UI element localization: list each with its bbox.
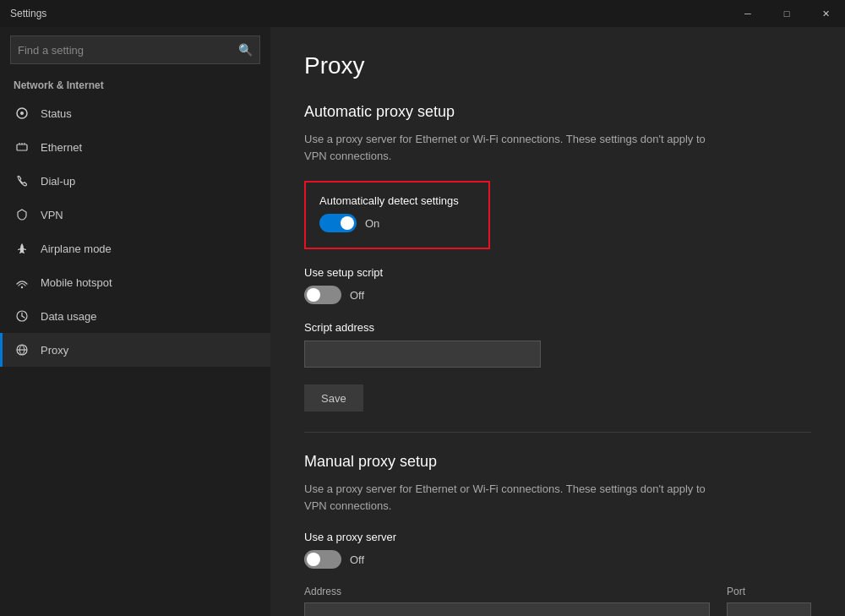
sidebar-label-airplane: Airplane mode [41,243,112,255]
datausage-icon [14,308,30,324]
address-input[interactable] [304,602,710,616]
sidebar-item-vpn[interactable]: VPN [0,198,270,232]
sidebar-label-dialup: Dial-up [41,175,75,188]
auto-detect-label: Automatically detect settings [319,194,475,207]
airplane-icon [14,240,30,257]
title-bar: Settings ─ □ ✕ [0,0,845,27]
script-address-row: Script address [304,321,811,368]
app-body: 🔍 Network & Internet Status Et [0,27,845,616]
port-label: Port [727,586,811,597]
address-field: Address [304,586,710,616]
svg-rect-2 [17,144,27,150]
auto-proxy-section: Automatic proxy setup Use a proxy server… [304,103,811,412]
setup-script-thumb [307,288,320,302]
auto-detect-state: On [365,217,379,230]
vpn-icon [14,206,30,223]
hotspot-icon [14,274,30,291]
use-proxy-row: Use a proxy server Off [304,531,811,569]
sidebar-item-ethernet[interactable]: Ethernet [0,130,270,164]
search-icon: 🔍 [238,43,253,57]
dialup-icon [14,172,30,189]
use-proxy-label: Use a proxy server [304,531,811,543]
setup-script-state: Off [350,289,364,302]
use-proxy-state: Off [350,553,364,566]
auto-detect-toggle[interactable] [319,214,357,232]
sidebar-label-vpn: VPN [41,209,63,221]
auto-section-title: Automatic proxy setup [304,103,811,121]
ethernet-icon [14,139,30,155]
maximize-button[interactable]: □ [767,0,806,27]
sidebar-item-datausage[interactable]: Data usage [0,299,270,333]
sidebar-item-airplane[interactable]: Airplane mode [0,232,270,265]
sidebar-label-datausage: Data usage [41,310,97,323]
port-input[interactable] [727,602,811,616]
sidebar-label-proxy: Proxy [41,344,68,357]
address-port-row: Address Port [304,586,811,616]
status-icon [14,105,30,122]
use-proxy-thumb [307,553,320,566]
auto-detect-box: Automatically detect settings On [304,181,490,249]
sidebar: 🔍 Network & Internet Status Et [0,27,270,616]
setup-script-toggle-row: Off [304,286,811,304]
save-button[interactable]: Save [304,384,363,412]
window-controls: ─ □ ✕ [728,0,845,27]
sidebar-item-hotspot[interactable]: Mobile hotspot [0,265,270,299]
content-area: Proxy Automatic proxy setup Use a proxy … [270,27,845,616]
auto-detect-thumb [341,216,354,230]
auto-detect-toggle-row: On [319,214,475,232]
sidebar-section-label: Network & Internet [0,71,270,96]
use-proxy-toggle[interactable] [304,550,341,569]
port-field: Port [727,586,811,616]
app-title: Settings [10,8,46,19]
search-box[interactable]: 🔍 [10,35,260,64]
svg-point-1 [20,112,24,115]
setup-script-row: Use setup script Off [304,266,811,304]
section-divider [304,432,811,433]
sidebar-item-proxy[interactable]: Proxy [0,333,270,367]
minimize-button[interactable]: ─ [728,0,767,27]
script-address-input[interactable] [304,341,541,368]
sidebar-item-status[interactable]: Status [0,96,270,130]
use-proxy-toggle-row: Off [304,550,811,569]
setup-script-toggle[interactable] [304,286,341,304]
sidebar-item-dialup[interactable]: Dial-up [0,164,270,198]
setup-script-label: Use setup script [304,266,811,279]
manual-section-title: Manual proxy setup [304,453,811,471]
sidebar-label-status: Status [41,107,72,120]
svg-point-6 [21,286,23,288]
page-title: Proxy [304,52,811,79]
manual-proxy-section: Manual proxy setup Use a proxy server fo… [304,453,811,616]
sidebar-label-hotspot: Mobile hotspot [41,276,112,289]
manual-section-desc: Use a proxy server for Ethernet or Wi-Fi… [304,481,710,514]
script-address-label: Script address [304,321,811,334]
search-input[interactable] [18,44,238,57]
sidebar-label-ethernet: Ethernet [41,141,82,154]
auto-section-desc: Use a proxy server for Ethernet or Wi-Fi… [304,131,710,164]
proxy-icon [14,341,30,358]
close-button[interactable]: ✕ [806,0,845,27]
address-label: Address [304,586,710,597]
